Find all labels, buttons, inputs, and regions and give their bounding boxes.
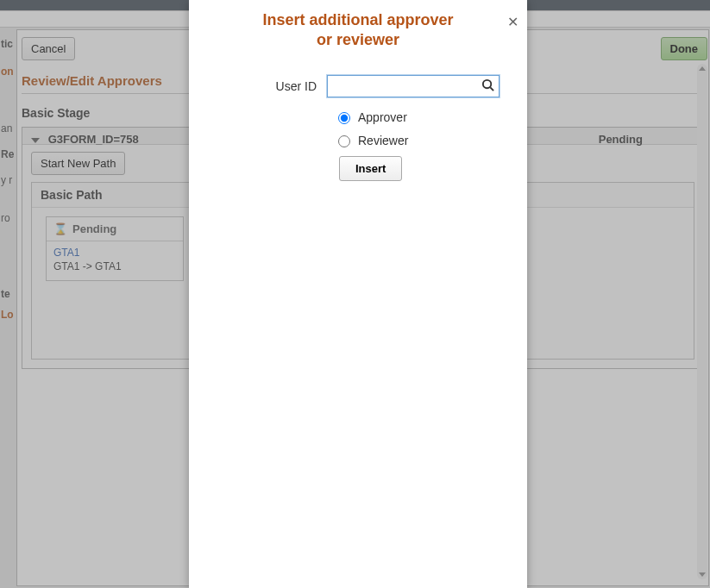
userid-row: User ID [206, 75, 510, 97]
radio-approver-input[interactable] [338, 112, 350, 124]
radio-reviewer-input[interactable] [338, 135, 350, 147]
insert-approver-modal: Insert additional approver or reviewer ✕… [189, 0, 527, 588]
radio-reviewer[interactable]: Reviewer [334, 133, 510, 147]
modal-title-line1: Insert additional approver [262, 11, 453, 28]
modal-insert-row: Insert [339, 156, 510, 181]
userid-input[interactable] [327, 75, 500, 97]
modal-title-line2: or reviewer [317, 31, 399, 48]
radio-approver-label: Approver [358, 110, 407, 124]
modal-title: Insert additional approver or reviewer ✕ [189, 0, 527, 53]
userid-label: User ID [206, 79, 327, 93]
modal-body: User ID Approver Reviewer [189, 53, 527, 181]
radio-reviewer-label: Reviewer [358, 134, 408, 147]
radio-approver[interactable]: Approver [334, 109, 510, 124]
role-radio-group: Approver Reviewer [334, 109, 510, 147]
insert-button[interactable]: Insert [339, 156, 402, 181]
close-icon[interactable]: ✕ [507, 14, 518, 31]
userid-input-wrap [327, 75, 500, 97]
